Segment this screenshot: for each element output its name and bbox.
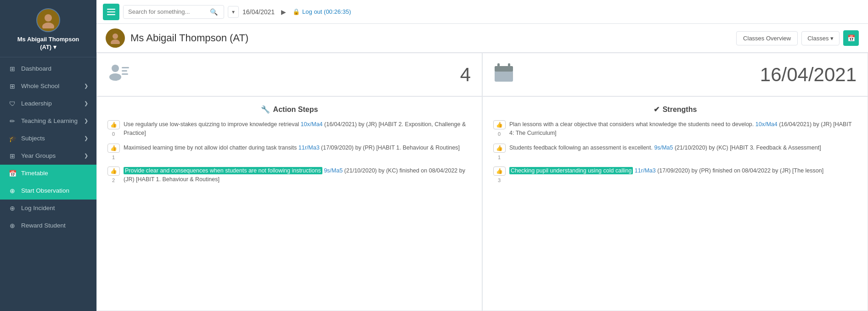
svg-point-7: [112, 65, 119, 72]
classes-overview-button[interactable]: Classes Overview: [736, 31, 798, 45]
sidebar-profile: Ms Abigail Thompson (AT) ▾: [0, 0, 96, 57]
sidebar-item-year-groups[interactable]: ⊞ Year Groups ❯: [0, 147, 96, 165]
calendar-button[interactable]: 📅: [843, 30, 859, 46]
page-header: Ms Abigail Thompson (AT) Classes Overvie…: [96, 24, 868, 53]
topbar: 🔍 ▾ 16/04/2021 ▶ 🔒 Log out (00:26:35): [96, 0, 868, 24]
chevron-right-icon-2: ❯: [84, 100, 88, 106]
like-button[interactable]: 👍: [493, 120, 506, 129]
pencil-icon: ✏: [8, 117, 17, 125]
like-control: 👍 2: [107, 167, 120, 184]
like-button[interactable]: 👍: [107, 144, 120, 153]
like-count: 1: [112, 154, 115, 161]
class-link[interactable]: 11r/Ma3: [635, 167, 656, 174]
grid-icon: ⊞: [8, 65, 17, 72]
svg-rect-11: [122, 73, 128, 75]
strength-item: 👍 0 Plan lessons with a clear objective …: [493, 120, 857, 138]
check-icon: ✔: [654, 105, 659, 114]
grid-icon-2: ⊞: [8, 83, 17, 90]
stat-card-students: 4: [96, 53, 482, 96]
page-title: Ms Abigail Thompson (AT): [130, 32, 248, 44]
logout-button[interactable]: 🔒 Log out (00:26:35): [293, 8, 351, 15]
like-count: 2: [112, 177, 115, 184]
like-control: 👍 1: [107, 144, 120, 161]
sidebar-item-log-incident[interactable]: ⊕ Log Incident: [0, 200, 96, 217]
search-box[interactable]: 🔍: [123, 5, 224, 19]
plus-circle-icon-2: ⊕: [8, 205, 17, 212]
sidebar-item-whole-school[interactable]: ⊞ Whole School ❯: [0, 78, 96, 95]
like-count: 0: [498, 130, 501, 138]
sidebar-item-leadership[interactable]: 🛡 Leadership ❯: [0, 95, 96, 112]
class-link[interactable]: 9s/Ma5: [654, 144, 673, 151]
svg-rect-3: [107, 11, 115, 12]
search-input[interactable]: [124, 6, 206, 18]
action-step-text: Use regularly use low-stakes quizzing to…: [124, 120, 472, 138]
like-count: 0: [112, 130, 115, 138]
play-button[interactable]: ▶: [278, 6, 289, 17]
sidebar: Ms Abigail Thompson (AT) ▾ ⊞ Dashboard ⊞…: [0, 0, 96, 311]
calendar-icon: 📅: [8, 170, 17, 177]
action-step-item: 👍 1 Maximised learning time by not allow…: [107, 144, 472, 161]
class-link[interactable]: 10x/Ma4: [755, 121, 778, 128]
highlighted-text: Checking pupil understanding using cold …: [509, 167, 633, 174]
sidebar-item-reward-student[interactable]: ⊕ Reward Student: [0, 217, 96, 234]
like-control: 👍 0: [107, 120, 120, 138]
chevron-right-icon-5: ❯: [84, 153, 88, 159]
like-button[interactable]: 👍: [107, 120, 120, 129]
students-count: 4: [460, 64, 471, 86]
main-content: 🔍 ▾ 16/04/2021 ▶ 🔒 Log out (00:26:35) Ms…: [96, 0, 868, 311]
page-header-right: Classes Overview Classes ▾ 📅: [736, 30, 859, 46]
grid-icon-3: ⊞: [8, 152, 17, 160]
action-step-item: 👍 0 Use regularly use low-stakes quizzin…: [107, 120, 472, 138]
like-button[interactable]: 👍: [493, 167, 506, 176]
strength-text: Checking pupil understanding using cold …: [509, 167, 857, 175]
chevron-right-icon-4: ❯: [84, 135, 88, 141]
sidebar-item-timetable[interactable]: 📅 Timetable: [0, 165, 96, 182]
like-button[interactable]: 👍: [493, 144, 506, 153]
svg-rect-14: [497, 63, 500, 68]
chevron-right-icon: ❯: [84, 83, 88, 89]
search-button[interactable]: 🔍: [206, 6, 221, 18]
page-header-left: Ms Abigail Thompson (AT): [106, 28, 248, 48]
plus-circle-icon-3: ⊕: [8, 222, 17, 229]
sidebar-profile-name[interactable]: Ms Abigail Thompson (AT) ▾: [17, 36, 79, 51]
svg-rect-10: [122, 70, 127, 72]
sidebar-item-teaching-learning[interactable]: ✏ Teaching & Learning ❯: [0, 112, 96, 130]
highlighted-text: Provide clear and consequences when stud…: [124, 167, 322, 174]
action-steps-title: 🔧 Action Steps: [107, 105, 472, 114]
like-count: 3: [498, 177, 501, 184]
chevron-right-icon-3: ❯: [84, 118, 88, 124]
class-link[interactable]: 10x/Ma4: [301, 121, 323, 128]
graduation-icon: 🎓: [8, 135, 17, 142]
svg-point-8: [109, 73, 121, 81]
class-link[interactable]: 9s/Ma5: [324, 167, 343, 174]
sidebar-item-start-observation[interactable]: ⊕ Start Observation: [0, 182, 96, 200]
svg-point-5: [113, 33, 118, 39]
svg-rect-9: [122, 67, 129, 68]
wrench-icon: 🔧: [261, 105, 270, 114]
strengths-panel: ✔ Strengths 👍 0 Plan lessons with a clea…: [482, 96, 868, 311]
svg-point-1: [42, 22, 54, 28]
sidebar-item-subjects[interactable]: 🎓 Subjects ❯: [0, 130, 96, 147]
avatar: [36, 8, 60, 32]
strengths-title: ✔ Strengths: [493, 105, 857, 114]
sidebar-item-dashboard[interactable]: ⊞ Dashboard: [0, 60, 96, 78]
action-step-item: 👍 2 Provide clear and consequences when …: [107, 167, 472, 184]
sidebar-nav: ⊞ Dashboard ⊞ Whole School ❯ 🛡 Leadershi…: [0, 57, 96, 311]
menu-button[interactable]: [103, 4, 119, 20]
classes-dropdown-button[interactable]: Classes ▾: [801, 31, 840, 45]
date-value: 16/04/2021: [760, 64, 857, 86]
calendar-icon-header: 📅: [847, 34, 855, 42]
action-steps-panel: 🔧 Action Steps 👍 0 Use regularly use low…: [96, 96, 482, 311]
strength-item: 👍 3 Checking pupil understanding using c…: [493, 167, 857, 184]
svg-rect-4: [107, 14, 115, 15]
logout-icon: 🔒: [293, 8, 300, 15]
svg-rect-15: [508, 63, 510, 68]
class-link[interactable]: 11r/Ma3: [299, 144, 320, 151]
students-icon: [108, 63, 130, 86]
like-button[interactable]: 👍: [107, 167, 120, 176]
dropdown-button[interactable]: ▾: [228, 6, 239, 18]
svg-point-6: [111, 39, 120, 44]
like-control: 👍 3: [493, 167, 506, 184]
svg-rect-2: [107, 9, 115, 10]
dashboard-body: 4 16/04/2021 🔧 Action Steps: [96, 53, 868, 311]
